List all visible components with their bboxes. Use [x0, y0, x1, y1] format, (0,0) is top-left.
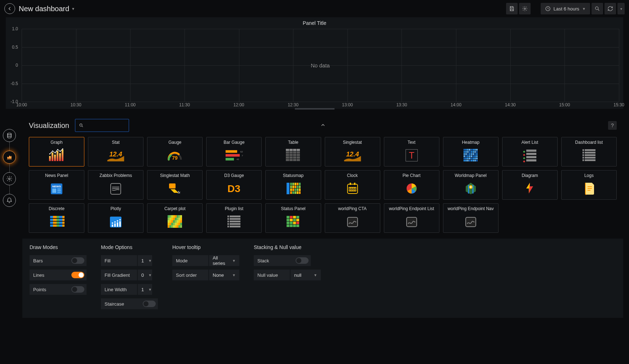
svg-rect-64: [476, 151, 478, 153]
hover-mode-select[interactable]: All series▼: [209, 255, 239, 266]
svg-rect-243: [296, 222, 299, 224]
back-button[interactable]: [4, 3, 15, 14]
svg-text:8888: 8888: [348, 187, 356, 191]
viz-card-worldmap[interactable]: Worldmap Panel: [443, 170, 499, 200]
svg-rect-159: [53, 219, 57, 221]
svg-rect-118: [169, 183, 176, 188]
viz-card-stat[interactable]: Stat 12.4: [88, 137, 143, 167]
sort-order-select[interactable]: None▼: [209, 270, 239, 280]
bargauge-icon: 62 78 43: [208, 147, 260, 163]
fill-gradient-select[interactable]: 0▼: [138, 270, 152, 280]
alertlist-icon: [504, 147, 556, 163]
viz-card-statuspanel[interactable]: Status Panel: [265, 203, 321, 233]
x-tick: 14:30: [505, 102, 516, 107]
fill-select[interactable]: 1▼: [138, 255, 152, 266]
ssmath-icon: fx: [149, 180, 201, 196]
settings-button[interactable]: [519, 3, 531, 14]
viz-card-statusmap[interactable]: Statusmap: [265, 170, 321, 200]
null-value-select[interactable]: null▼: [291, 270, 321, 280]
viz-card-d3[interactable]: D3 GaugeD3: [206, 170, 262, 200]
visualization-search-input[interactable]: [87, 123, 125, 128]
viz-card-dashlist[interactable]: Dashboard list: [561, 137, 617, 167]
viz-card-graph[interactable]: Graph: [29, 137, 84, 167]
viz-card-pie[interactable]: Pie Chart: [384, 170, 439, 200]
viz-card-logs[interactable]: Logs: [561, 170, 617, 200]
svg-rect-226: [227, 221, 229, 222]
time-range-picker[interactable]: Last 6 hours ▼: [541, 3, 590, 14]
viz-card-text[interactable]: TextT: [384, 137, 439, 167]
svg-rect-37: [297, 154, 300, 156]
display-options-panel: Draw Modes Bars Lines Points Mode Option…: [22, 239, 623, 318]
stack-toggle[interactable]: [296, 257, 309, 264]
lines-toggle[interactable]: [71, 272, 84, 278]
viz-card-zabbix[interactable]: Zabbix Problems: [88, 170, 143, 200]
viz-card-wpel[interactable]: worldPing Endpoint List: [384, 203, 439, 233]
refresh-interval-dropdown[interactable]: ▾: [617, 3, 625, 14]
viz-card-pluginlist[interactable]: Plugin list: [206, 203, 262, 233]
viz-card-clock[interactable]: Clock8888: [325, 170, 380, 200]
panel-resize-handle[interactable]: [295, 108, 335, 110]
collapse-section-button[interactable]: [320, 122, 326, 129]
viz-card-table[interactable]: Table: [265, 137, 321, 167]
svg-rect-208: [171, 223, 173, 225]
nav-alert-tab[interactable]: [3, 194, 16, 207]
viz-card-wpen[interactable]: worldPing Endpoint Nav: [443, 203, 499, 233]
editor-side-nav: [3, 129, 16, 207]
viz-card-label: Graph: [50, 140, 62, 145]
svg-rect-66: [465, 153, 467, 155]
staircase-toggle[interactable]: [143, 301, 156, 307]
viz-card-alertlist[interactable]: Alert List: [502, 137, 558, 167]
news-icon: NEWS: [31, 180, 83, 196]
svg-rect-30: [286, 151, 289, 154]
bars-toggle[interactable]: [71, 257, 84, 264]
svg-rect-27: [289, 149, 293, 151]
svg-rect-165: [57, 222, 59, 224]
statuspanel-icon: [267, 213, 319, 230]
viz-card-singlestat[interactable]: Singlestat 12.4: [325, 137, 380, 167]
svg-text:79: 79: [172, 155, 178, 161]
svg-rect-93: [471, 160, 472, 161]
refresh-button[interactable]: [604, 3, 616, 14]
svg-rect-88: [476, 157, 478, 159]
viz-card-carpet[interactable]: Carpet plot: [147, 203, 203, 233]
carpet-icon: [149, 213, 201, 230]
svg-rect-104: [585, 152, 595, 154]
stat-icon: 12.4: [90, 147, 142, 163]
points-toggle[interactable]: [71, 286, 84, 293]
svg-rect-240: [287, 222, 289, 224]
chevron-down-icon: ▼: [148, 288, 152, 292]
nav-queries-tab[interactable]: [3, 129, 16, 142]
viz-card-diagram[interactable]: Diagram: [502, 170, 558, 200]
svg-rect-166: [59, 222, 62, 224]
svg-rect-57: [464, 151, 465, 153]
viz-card-gauge[interactable]: Gauge 79: [147, 137, 203, 167]
viz-card-heatmap[interactable]: Heatmap: [443, 137, 499, 167]
dashboard-title-dropdown[interactable]: New dashboard ▼: [19, 5, 75, 13]
svg-rect-167: [62, 222, 65, 224]
visualization-search[interactable]: [75, 119, 129, 132]
viz-card-news[interactable]: News PanelNEWS: [29, 170, 84, 200]
svg-rect-162: [62, 219, 65, 221]
svg-rect-205: [180, 220, 182, 223]
viz-card-discrete[interactable]: Discrete: [29, 203, 84, 233]
zoom-out-button[interactable]: [592, 3, 603, 14]
svg-rect-245: [290, 225, 293, 227]
help-button[interactable]: ?: [608, 121, 617, 130]
chevron-down-icon: ▾: [620, 7, 622, 11]
svg-rect-10: [59, 153, 61, 161]
viz-card-label: Singlestat Math: [160, 173, 190, 178]
save-dashboard-button[interactable]: [506, 3, 518, 14]
nav-visualization-tab[interactable]: [3, 151, 16, 164]
nav-general-tab[interactable]: [3, 172, 16, 185]
viz-card-bargauge[interactable]: Bar Gauge 62 78 43: [206, 137, 262, 167]
line-width-select[interactable]: 1▼: [138, 284, 152, 295]
graph-icon: [31, 147, 83, 163]
viz-card-ssmath[interactable]: Singlestat Mathfx: [147, 170, 203, 200]
visualization-section-title: Visualization: [29, 121, 69, 130]
viz-card-plotly[interactable]: Plotly: [88, 203, 143, 233]
svg-rect-45: [297, 159, 300, 161]
svg-rect-134: [294, 188, 296, 191]
viz-card-wpcta[interactable]: worldPing CTA: [325, 203, 380, 233]
svg-rect-207: [169, 223, 171, 225]
svg-rect-32: [293, 151, 296, 154]
